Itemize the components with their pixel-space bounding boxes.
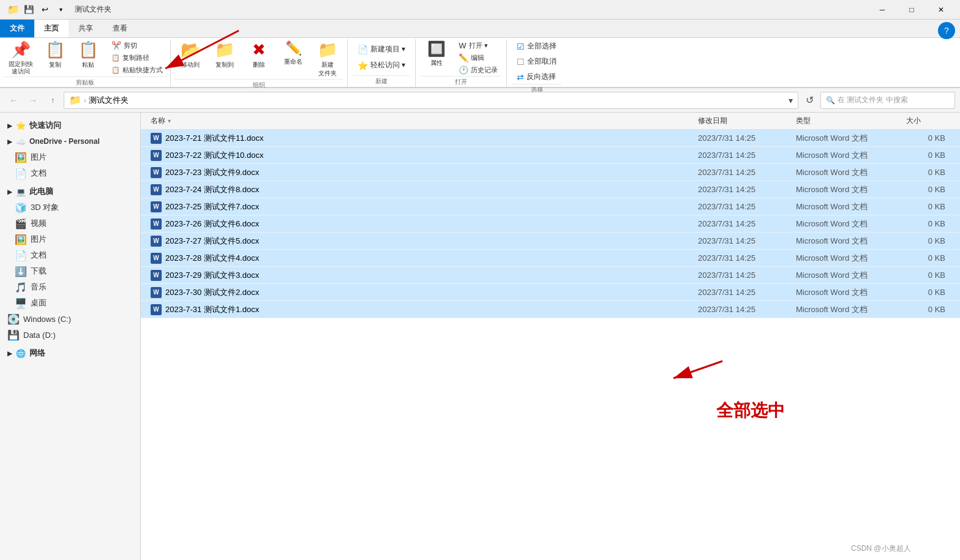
table-row[interactable]: W 2023-7-31 测试文件1.docx 2023/7/31 14:25 M… [141,301,960,318]
sidebar-item-documents-quick[interactable]: 📄 文档 [0,165,140,181]
paste-button[interactable]: 📋 粘贴 [72,39,104,70]
edit-button[interactable]: ✏️ 编辑 [455,52,501,64]
invert-selection-button[interactable]: ⇄ 反向选择 [512,70,561,84]
new-folder-button[interactable]: 📁 新建文件夹 [312,39,343,79]
select-none-button[interactable]: ☐ 全部取消 [512,54,561,69]
copy-path-button[interactable]: 📋 复制路径 [108,52,167,64]
file-date-cell: 2023/7/31 14:25 [698,288,796,297]
tab-file[interactable]: 文件 [0,20,34,37]
3d-icon: 🧊 [15,202,27,214]
video-icon: 🎬 [15,218,27,230]
sidebar-item-windows-c[interactable]: 💽 Windows (C:) [0,311,140,327]
sidebar-item-desktop[interactable]: 🖥️ 桌面 [0,295,140,311]
sidebar-item-videos[interactable]: 🎬 视频 [0,215,140,231]
help-button[interactable]: ? [938,22,955,39]
documents2-icon: 📄 [15,250,27,261]
pictures2-label: 图片 [31,234,47,245]
properties-label: 属性 [430,59,443,67]
file-name-cell: W 2023-7-30 测试文件2.docx [146,287,698,298]
table-row[interactable]: W 2023-7-21 测试文件11.docx 2023/7/31 14:25 … [141,130,960,147]
col-type-header[interactable]: 类型 [796,116,906,126]
data-d-label: Data (D:) [23,330,56,340]
sidebar-item-pictures[interactable]: 🖼️ 图片 [0,231,140,247]
open-button[interactable]: W 打开 ▾ [455,40,501,51]
sidebar-item-pictures-quick[interactable]: 🖼️ 图片 [0,149,140,165]
file-name-text: 2023-7-31 测试文件1.docx [165,304,259,315]
qat-down-arrow[interactable]: ▾ [54,3,67,17]
table-row[interactable]: W 2023-7-22 测试文件10.docx 2023/7/31 14:25 … [141,147,960,164]
documents-label: 文档 [31,168,47,179]
table-row[interactable]: W 2023-7-24 测试文件8.docx 2023/7/31 14:25 M… [141,181,960,198]
tab-view[interactable]: 查看 [103,20,137,37]
copy-to-button[interactable]: 📁 复制到 [209,39,241,70]
organize-group-label: 组织 [174,79,343,91]
table-row[interactable]: W 2023-7-27 测试文件5.docx 2023/7/31 14:25 M… [141,233,960,250]
up-button[interactable]: ↑ [44,92,61,109]
table-row[interactable]: W 2023-7-23 测试文件9.docx 2023/7/31 14:25 M… [141,164,960,181]
close-button[interactable]: ✕ [927,0,955,20]
properties-button[interactable]: 🔲 属性 [421,39,452,69]
sidebar-network[interactable]: ▶ 🌐 网络 [0,345,140,361]
new-items: 📄 新建项目 ▾ ⭐ 轻松访问 ▾ [353,39,410,75]
table-row[interactable]: W 2023-7-29 测试文件3.docx 2023/7/31 14:25 M… [141,267,960,284]
delete-label: 删除 [253,61,265,69]
select-all-button[interactable]: ☑ 全部选择 [512,39,561,53]
ribbon-tabs: 文件 主页 共享 查看 ? [0,20,960,38]
file-type-cell: Microsoft Word 文档 [796,287,906,298]
easy-access-button[interactable]: ⭐ 轻松访问 ▾ [353,58,410,72]
forward-button[interactable]: → [24,92,42,109]
cut-icon: ✂️ [111,41,121,50]
qat-save-btn[interactable]: 💾 [22,3,36,17]
pin-to-quick-access-button[interactable]: 📌 固定到快速访问 [4,39,38,77]
sidebar-item-data-d[interactable]: 💾 Data (D:) [0,327,140,343]
table-row[interactable]: W 2023-7-28 测试文件4.docx 2023/7/31 14:25 M… [141,250,960,267]
copy-button[interactable]: 📋 复制 [39,39,71,70]
pin-label: 固定到快速访问 [9,61,33,75]
file-type-cell: Microsoft Word 文档 [796,270,906,281]
this-pc-collapse-icon: ▶ [7,189,12,195]
music-icon: 🎵 [15,282,27,293]
file-list-header: 名称 ▾ 修改日期 类型 大小 [141,113,960,130]
copy-icon: 📋 [45,40,65,59]
refresh-button[interactable]: ↺ [801,92,818,109]
col-size-header[interactable]: 大小 [906,116,955,126]
file-type-cell: Microsoft Word 文档 [796,236,906,247]
delete-button[interactable]: ✖ 删除 [243,39,275,70]
sidebar-item-3d[interactable]: 🧊 3D 对象 [0,200,140,215]
minimize-button[interactable]: ─ [868,0,896,20]
tab-home[interactable]: 主页 [34,20,69,37]
new-item-button[interactable]: 📄 新建项目 ▾ [353,42,410,56]
sidebar-onedrive[interactable]: ▶ ☁️ OneDrive - Personal [0,133,140,149]
sidebar-this-pc[interactable]: ▶ 💻 此电脑 [0,184,140,200]
move-to-button[interactable]: 📂 移动到 [174,39,206,70]
table-row[interactable]: W 2023-7-26 测试文件6.docx 2023/7/31 14:25 M… [141,215,960,233]
breadcrumb-dropdown-btn[interactable]: ▾ [789,95,793,105]
paste-shortcut-button[interactable]: 📋 粘贴快捷方式 [108,64,167,76]
maximize-button[interactable]: □ [898,0,926,20]
history-button[interactable]: 🕐 历史记录 [455,64,501,76]
back-button[interactable]: ← [5,92,22,109]
file-date-cell: 2023/7/31 14:25 [698,236,796,245]
table-row[interactable]: W 2023-7-25 测试文件7.docx 2023/7/31 14:25 M… [141,198,960,215]
open-small-group: W 打开 ▾ ✏️ 编辑 🕐 历史记录 [455,39,501,76]
rename-icon: ✏️ [285,40,302,56]
sidebar-item-music[interactable]: 🎵 音乐 [0,279,140,295]
col-name-header[interactable]: 名称 ▾ [146,116,698,126]
sidebar-item-documents[interactable]: 📄 文档 [0,247,140,263]
copy-label: 复制 [49,61,61,69]
breadcrumb-bar[interactable]: 📁 › 测试文件夹 ▾ [64,92,798,109]
search-bar[interactable]: 🔍 在 测试文件夹 中搜索 [820,92,955,109]
this-pc-label: 此电脑 [29,186,53,197]
new-group-label: 新建 [353,75,410,87]
file-area: 名称 ▾ 修改日期 类型 大小 W 2023-7-21 测试文件11.docx … [141,113,960,560]
table-row[interactable]: W 2023-7-30 测试文件2.docx 2023/7/31 14:25 M… [141,284,960,301]
sidebar-section-quick-access[interactable]: ▶ ⭐ 快速访问 [0,118,140,133]
rename-button[interactable]: ✏️ 重命名 [277,39,309,67]
col-date-header[interactable]: 修改日期 [698,116,796,126]
file-type-cell: Microsoft Word 文档 [796,218,906,230]
cut-button[interactable]: ✂️ 剪切 [108,40,167,51]
tab-share[interactable]: 共享 [69,20,103,37]
qat-undo-btn[interactable]: ↩ [38,3,51,17]
main-area: ▶ ⭐ 快速访问 ▶ ☁️ OneDrive - Personal 🖼️ 图片 … [0,113,960,560]
sidebar-item-downloads[interactable]: ⬇️ 下载 [0,263,140,279]
